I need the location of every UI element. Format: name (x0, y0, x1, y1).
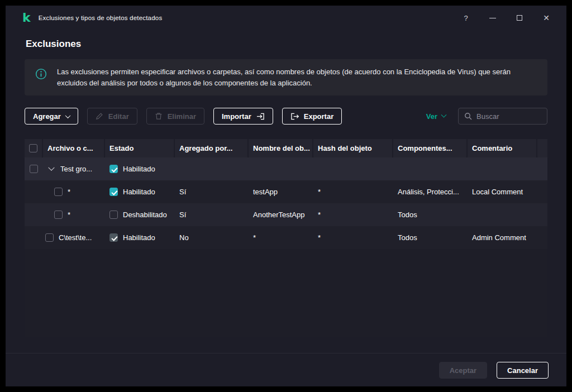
archivo-cell: * (43, 203, 105, 226)
table-row[interactable]: * Deshabilitado Sí AnotherTestApp * Todo… (25, 203, 547, 226)
agregado-cell: No (175, 226, 249, 249)
edit-button[interactable]: Editar (87, 108, 137, 125)
nombre-cell: * (249, 226, 313, 249)
delete-button-label: Eliminar (168, 112, 196, 121)
view-dropdown[interactable]: Ver (426, 112, 446, 121)
info-text: Las exclusiones permiten especificar arc… (57, 66, 533, 88)
nombre-cell: testApp (249, 180, 313, 203)
table-header: Archivo o c... Estado Agregado por... No… (25, 139, 547, 157)
table-empty-area (25, 249, 547, 337)
toolbar: Agregar Editar Eliminar Importar (25, 108, 547, 125)
column-header-estado[interactable]: Estado (105, 139, 175, 157)
title-bar: k Exclusiones y tipos de objetos detecta… (6, 6, 566, 30)
search-box[interactable] (458, 108, 547, 125)
componentes-cell: Análisis, Protecci... (393, 180, 468, 203)
agregado-cell: Sí (175, 203, 249, 226)
view-label: Ver (426, 112, 437, 121)
archivo-value: * (68, 211, 70, 219)
hash-cell: * (313, 180, 393, 203)
delete-button[interactable]: Eliminar (146, 108, 204, 125)
help-button[interactable]: ? (461, 13, 470, 22)
trash-icon (155, 112, 163, 120)
select-all-checkbox[interactable] (29, 144, 37, 152)
add-button[interactable]: Agregar (25, 108, 78, 125)
estado-checkbox[interactable] (109, 188, 118, 196)
import-button[interactable]: Importar (213, 108, 273, 125)
accept-button[interactable]: Aceptar (439, 362, 487, 379)
page-title: Exclusiones (26, 39, 547, 50)
export-button[interactable]: Exportar (282, 108, 342, 125)
group-name: Test gro... (60, 165, 92, 173)
componentes-cell: Todos (393, 226, 468, 249)
estado-label: Deshabilitado (123, 211, 167, 219)
archivo-cell: C\test\te... (43, 226, 105, 249)
column-header-spacer (537, 139, 547, 157)
estado-checkbox[interactable] (109, 211, 118, 219)
comentario-cell: Local Comment (468, 180, 547, 203)
archivo-cell: * (43, 180, 105, 203)
empty-cell (175, 157, 249, 180)
archivo-value: * (68, 188, 70, 196)
exclusions-table: Archivo o c... Estado Agregado por... No… (25, 139, 547, 337)
row-checkbox[interactable] (54, 188, 63, 196)
app-window: k Exclusiones y tipos de objetos detecta… (6, 6, 566, 386)
column-header-comentario[interactable]: Comentario (468, 139, 537, 157)
column-header-archivo[interactable]: Archivo o c... (43, 139, 105, 157)
row-checkbox[interactable] (45, 233, 54, 242)
table-row[interactable]: * Habilitado Sí testApp * Análisis, Prot… (25, 180, 547, 203)
group-checkbox-cell (25, 157, 43, 180)
componentes-cell: Todos (393, 203, 468, 226)
export-icon (290, 112, 299, 121)
close-button[interactable]: ✕ (542, 13, 551, 22)
empty-cell (393, 157, 468, 180)
minimize-button[interactable] (488, 13, 497, 22)
group-estado-cell: Habilitado (105, 157, 175, 180)
table-row-group[interactable]: Test gro... Habilitado (25, 157, 547, 180)
estado-cell: Deshabilitado (105, 203, 175, 226)
comentario-cell (468, 203, 547, 226)
estado-label: Habilitado (123, 233, 155, 242)
estado-checkbox (109, 233, 118, 242)
import-icon (256, 112, 265, 121)
window-title: Exclusiones y tipos de objetos detectado… (39, 15, 163, 21)
column-header-hash[interactable]: Hash del objeto (313, 139, 393, 157)
search-icon (464, 112, 472, 120)
column-header-nombre[interactable]: Nombre del ob... (249, 139, 313, 157)
hash-cell: * (313, 226, 393, 249)
archivo-value: C\test\te... (59, 233, 92, 242)
empty-cell (25, 180, 43, 203)
expand-chevron-icon[interactable] (48, 164, 54, 170)
chevron-down-icon (441, 112, 447, 117)
estado-cell: Habilitado (105, 226, 175, 249)
row-checkbox[interactable] (54, 211, 63, 219)
comentario-cell: Admin Comment (468, 226, 547, 249)
table-row[interactable]: C\test\te... Habilitado No * * Todos Adm… (25, 226, 547, 249)
empty-cell (468, 157, 547, 180)
import-button-label: Importar (222, 112, 251, 121)
nombre-cell: AnotherTestApp (249, 203, 313, 226)
column-header-componentes[interactable]: Componentes... (393, 139, 468, 157)
estado-cell: Habilitado (105, 180, 175, 203)
kaspersky-logo-icon: k (22, 12, 31, 24)
empty-cell (313, 157, 393, 180)
minimize-icon (489, 18, 496, 18)
estado-checkbox[interactable] (109, 165, 118, 173)
row-checkbox[interactable] (30, 165, 38, 173)
info-banner: Las exclusiones permiten especificar arc… (25, 59, 547, 95)
empty-cell (25, 203, 43, 226)
pencil-icon (96, 112, 103, 120)
agregado-cell: Sí (175, 180, 249, 203)
column-header-agregado[interactable]: Agregado por... (175, 139, 249, 157)
group-name-cell: Test gro... (43, 157, 105, 180)
search-input[interactable] (476, 112, 541, 121)
chevron-down-icon (65, 113, 70, 118)
add-button-label: Agregar (33, 112, 61, 121)
maximize-button[interactable] (515, 13, 524, 22)
window-controls: ? ✕ (461, 13, 551, 22)
cancel-button[interactable]: Cancelar (497, 362, 549, 379)
info-icon (25, 66, 57, 80)
empty-cell (25, 226, 43, 249)
export-button-label: Exportar (304, 112, 333, 121)
estado-label: Habilitado (123, 165, 155, 173)
select-all-cell (25, 139, 43, 157)
